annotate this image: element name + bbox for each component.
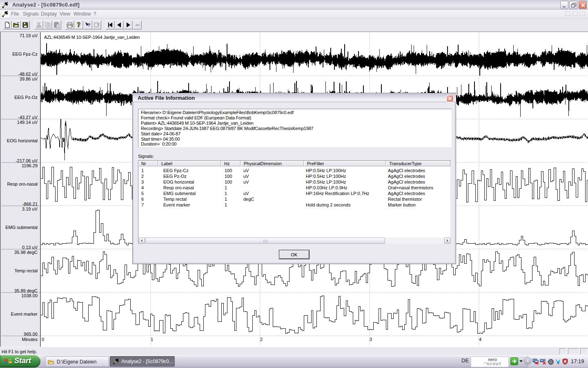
svg-text:?: ? [88, 22, 91, 28]
svg-text:SCOUT: SCOUT [487, 362, 502, 366]
svg-text:?: ? [77, 22, 81, 28]
svg-text:nero: nero [488, 357, 497, 362]
svg-text:IBI: IBI [136, 23, 140, 27]
